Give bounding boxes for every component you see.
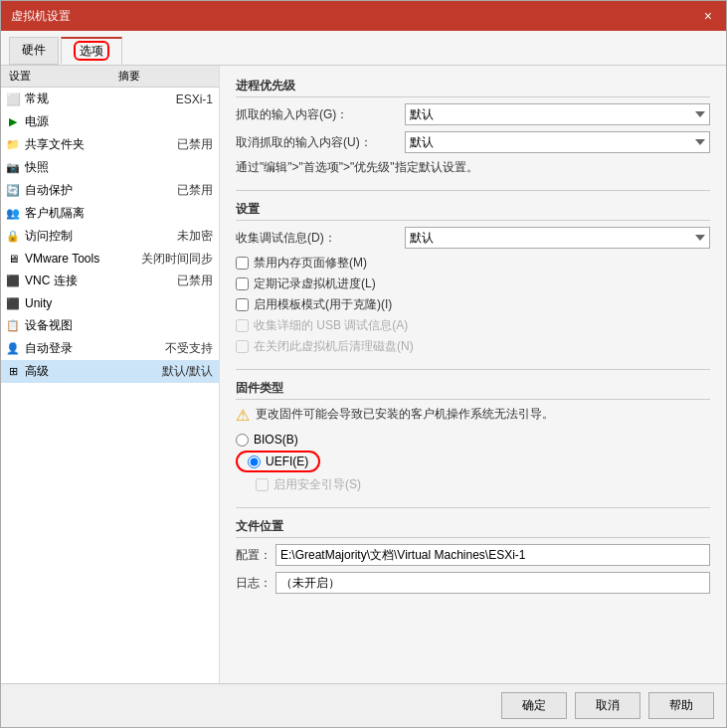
checkbox-clean-disk: 在关闭此虚拟机后清理磁盘(N) bbox=[236, 338, 710, 355]
checkbox-collect-usb: 收集详细的 USB 调试信息(A) bbox=[236, 317, 710, 334]
autologin-icon: 👤 bbox=[4, 340, 22, 358]
vmtools-icon: 🖥 bbox=[4, 250, 22, 268]
collect-usb-label: 收集详细的 USB 调试信息(A) bbox=[254, 317, 408, 334]
tab-bar: 硬件 选项 bbox=[1, 31, 726, 66]
collect-row: 收集调试信息(D)： 默认 bbox=[236, 227, 710, 249]
priority-section: 进程优先级 抓取的输入内容(G)： 默认 取消抓取的输入内容(U)： 默认 通过… bbox=[236, 78, 710, 176]
access-icon: 🔒 bbox=[4, 228, 22, 246]
checkbox-enable-template: 启用模板模式(用于克隆)(I) bbox=[236, 296, 710, 313]
disable-memory-label: 禁用内存页面修整(M) bbox=[254, 255, 367, 272]
list-item-auto[interactable]: 🔄 自动保护 已禁用 bbox=[1, 179, 219, 202]
warning-icon: ⚠ bbox=[236, 406, 250, 425]
advanced-icon: ⊞ bbox=[4, 363, 22, 381]
ungrab-label: 取消抓取的输入内容(U)： bbox=[236, 134, 405, 151]
settings-section: 设置 收集调试信息(D)： 默认 禁用内存页面修整(M) 定期记录虚拟机进度(L… bbox=[236, 201, 710, 355]
titlebar-title: 虚拟机设置 bbox=[11, 8, 71, 25]
close-button[interactable]: × bbox=[700, 8, 716, 24]
enable-template-checkbox[interactable] bbox=[236, 298, 249, 311]
divider3 bbox=[236, 507, 710, 508]
checkbox-periodic-record: 定期记录虚拟机进度(L) bbox=[236, 275, 710, 292]
tab-hardware[interactable]: 硬件 bbox=[9, 37, 59, 65]
firmware-title: 固件类型 bbox=[236, 380, 710, 400]
list-item-vnc[interactable]: ⬛ VNC 连接 已禁用 bbox=[1, 270, 219, 292]
priority-title: 进程优先级 bbox=[236, 78, 710, 97]
vnc-icon: ⬛ bbox=[4, 273, 22, 290]
list-item-snapshot[interactable]: 📷 快照 bbox=[1, 156, 219, 179]
warning-box: ⚠ 更改固件可能会导致已安装的客户机操作系统无法引导。 bbox=[236, 406, 710, 425]
collect-label: 收集调试信息(D)： bbox=[236, 230, 405, 247]
titlebar: 虚拟机设置 × bbox=[1, 1, 726, 31]
collect-select[interactable]: 默认 bbox=[405, 227, 710, 249]
grab-select[interactable]: 默认 bbox=[405, 103, 710, 125]
list-item-unity[interactable]: ⬛ Unity bbox=[1, 292, 219, 314]
uefi-label: UEFI(E) bbox=[266, 455, 308, 468]
list-item-autologin[interactable]: 👤 自动登录 不受支持 bbox=[1, 337, 219, 360]
snapshot-icon: 📷 bbox=[4, 159, 22, 177]
warning-text: 更改固件可能会导致已安装的客户机操作系统无法引导。 bbox=[256, 406, 554, 423]
power-icon: ▶ bbox=[4, 113, 22, 131]
share-icon: 📁 bbox=[4, 136, 22, 154]
clean-disk-label: 在关闭此虚拟机后清理磁盘(N) bbox=[254, 338, 414, 355]
bios-label: BIOS(B) bbox=[254, 433, 298, 447]
list-item-devices[interactable]: 📋 设备视图 bbox=[1, 314, 219, 337]
secure-boot-row: 启用安全引导(S) bbox=[256, 476, 710, 493]
general-icon: ⬜ bbox=[4, 91, 22, 108]
enable-template-label: 启用模板模式(用于克隆)(I) bbox=[254, 296, 392, 313]
left-table-header: 设置 摘要 bbox=[1, 66, 219, 88]
grab-row: 抓取的输入内容(G)： 默认 bbox=[236, 103, 710, 125]
log-label: 日志： bbox=[236, 575, 275, 592]
file-title: 文件位置 bbox=[236, 518, 710, 538]
ungrab-row: 取消抓取的输入内容(U)： 默认 bbox=[236, 131, 710, 153]
config-row: 配置： bbox=[236, 544, 710, 566]
ok-button[interactable]: 确定 bbox=[501, 692, 567, 719]
list-item-vmtools[interactable]: 🖥 VMware Tools 关闭时间同步 bbox=[1, 248, 219, 270]
settings-title: 设置 bbox=[236, 201, 710, 221]
isolate-icon: 👥 bbox=[4, 205, 22, 223]
list-item-access[interactable]: 🔒 访问控制 未加密 bbox=[1, 225, 219, 248]
right-panel: 进程优先级 抓取的输入内容(G)： 默认 取消抓取的输入内容(U)： 默认 通过… bbox=[220, 66, 726, 683]
secure-boot-checkbox bbox=[256, 478, 269, 491]
left-panel: 设置 摘要 ⬜ 常规 ESXi-1 ▶ 电源 📁 共享文件夹 已禁用 📷 快 bbox=[1, 66, 220, 683]
devices-icon: 📋 bbox=[4, 317, 22, 335]
grab-label: 抓取的输入内容(G)： bbox=[236, 106, 405, 123]
disable-memory-checkbox[interactable] bbox=[236, 257, 249, 270]
bios-radio[interactable] bbox=[236, 434, 249, 447]
file-section: 文件位置 配置： 日志： bbox=[236, 518, 710, 594]
cancel-button[interactable]: 取消 bbox=[575, 692, 640, 719]
log-input[interactable] bbox=[275, 572, 710, 594]
tab-options[interactable]: 选项 bbox=[61, 37, 122, 65]
list-item-isolate[interactable]: 👥 客户机隔离 bbox=[1, 202, 219, 225]
uefi-row: UEFI(E) bbox=[236, 451, 320, 472]
unity-icon: ⬛ bbox=[4, 294, 22, 312]
ungrab-select[interactable]: 默认 bbox=[405, 131, 710, 153]
dialog: 虚拟机设置 × 硬件 选项 设置 摘要 ⬜ 常规 ESXi-1 ▶ 电源 bbox=[0, 0, 727, 728]
list-item-power[interactable]: ▶ 电源 bbox=[1, 110, 219, 133]
periodic-record-label: 定期记录虚拟机进度(L) bbox=[254, 275, 376, 292]
priority-hint: 通过"编辑">"首选项">"优先级"指定默认设置。 bbox=[236, 159, 710, 176]
collect-usb-checkbox bbox=[236, 319, 249, 332]
divider1 bbox=[236, 190, 710, 191]
divider2 bbox=[236, 369, 710, 370]
list-item-share[interactable]: 📁 共享文件夹 已禁用 bbox=[1, 133, 219, 156]
secure-boot-label: 启用安全引导(S) bbox=[273, 476, 361, 493]
config-label: 配置： bbox=[236, 547, 275, 564]
checkbox-disable-memory: 禁用内存页面修整(M) bbox=[236, 255, 710, 272]
config-input[interactable] bbox=[275, 544, 710, 566]
list-item-general[interactable]: ⬜ 常规 ESXi-1 bbox=[1, 88, 219, 110]
main-content: 设置 摘要 ⬜ 常规 ESXi-1 ▶ 电源 📁 共享文件夹 已禁用 📷 快 bbox=[1, 66, 726, 683]
bios-row: BIOS(B) bbox=[236, 433, 710, 447]
auto-icon: 🔄 bbox=[4, 182, 22, 200]
log-row: 日志： bbox=[236, 572, 710, 594]
footer: 确定 取消 帮助 bbox=[1, 683, 726, 727]
uefi-radio[interactable] bbox=[248, 455, 261, 468]
list-item-advanced[interactable]: ⊞ 高级 默认/默认 bbox=[1, 360, 219, 383]
clean-disk-checkbox bbox=[236, 340, 249, 353]
firmware-section: 固件类型 ⚠ 更改固件可能会导致已安装的客户机操作系统无法引导。 BIOS(B)… bbox=[236, 380, 710, 493]
help-button[interactable]: 帮助 bbox=[648, 692, 714, 719]
periodic-record-checkbox[interactable] bbox=[236, 277, 249, 290]
